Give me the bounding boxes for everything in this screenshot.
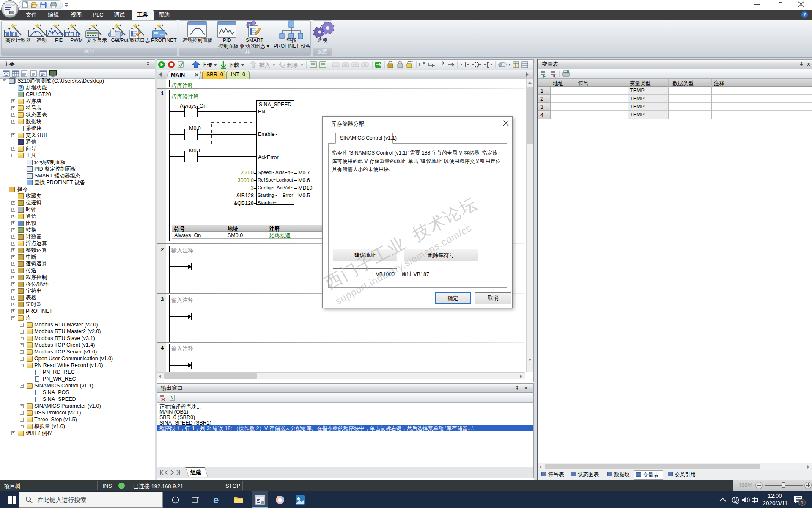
svg-text:插入: 插入 (259, 62, 270, 68)
svg-text:删除: 删除 (287, 62, 298, 68)
svg-text:下载: 下载 (228, 62, 239, 68)
svg-text:上传: 上传 (201, 62, 212, 68)
